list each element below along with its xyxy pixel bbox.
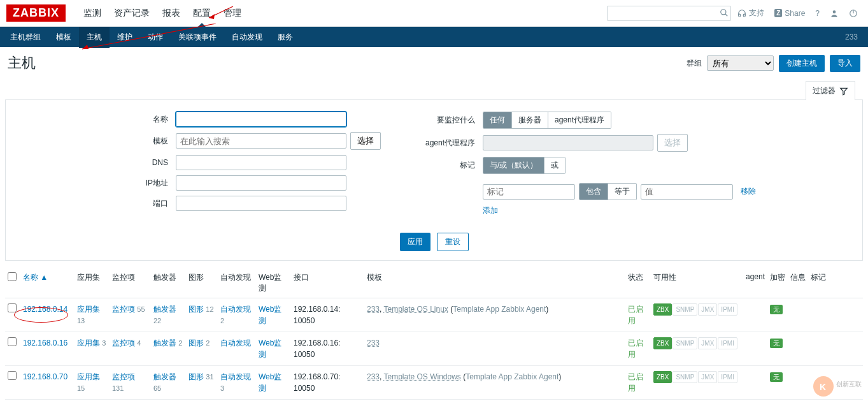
col-discovery: 自动发现 <box>218 268 256 298</box>
sub-nav-item[interactable]: 关联项事件 <box>171 27 224 48</box>
svg-point-2 <box>833 10 836 13</box>
discovery-link[interactable]: 自动发现 <box>220 372 251 381</box>
template-link[interactable]: 233 <box>367 372 380 381</box>
template-select-button[interactable]: 选择 <box>350 132 381 150</box>
discovery-link[interactable]: 自动发现 <box>220 339 251 347</box>
template-link[interactable]: 233 <box>367 339 380 347</box>
sub-nav-item[interactable]: 自动发现 <box>224 27 270 48</box>
items-link[interactable]: 监控项 <box>112 305 135 314</box>
triggers-link[interactable]: 触发器 <box>153 339 176 347</box>
logo[interactable]: ZABBIX <box>6 4 66 22</box>
graphs-link[interactable]: 图形 <box>189 372 204 381</box>
sub-nav-count: 233 <box>845 33 865 41</box>
avail-badge: SNMP <box>672 371 697 383</box>
triggers-link[interactable]: 触发器 <box>153 372 176 381</box>
host-name-link[interactable]: 192.168.0.14 <box>23 305 68 314</box>
template-sublink[interactable]: Template App Zabbix Agent <box>466 372 559 381</box>
top-nav-item[interactable]: 管理 <box>217 1 248 26</box>
template-link[interactable]: 233 <box>367 305 380 314</box>
segment-option[interactable]: 包含 <box>580 184 608 200</box>
avail-badge: ZBX <box>653 337 672 349</box>
filter-ip-input[interactable] <box>176 175 346 191</box>
top-nav-item[interactable]: 资产记录 <box>108 1 156 26</box>
group-label: 群组 <box>687 58 702 69</box>
filter-port-label: 端口 <box>112 198 176 209</box>
status-link[interactable]: 已启用 <box>628 339 643 359</box>
search-icon[interactable] <box>720 8 729 18</box>
filter-dns-input[interactable] <box>176 155 346 170</box>
create-host-button[interactable]: 创建主机 <box>779 55 825 72</box>
sub-nav-item[interactable]: 主机 <box>79 27 110 48</box>
user-icon[interactable] <box>826 6 843 20</box>
proxy-select-button: 选择 <box>657 134 688 152</box>
triggers-link[interactable]: 触发器 <box>153 305 176 314</box>
support-link[interactable]: 支持 <box>734 5 768 21</box>
apps-link[interactable]: 应用集 <box>77 372 100 381</box>
group-select[interactable]: 所有 <box>707 55 774 71</box>
web-link[interactable]: Web监测 <box>259 372 281 393</box>
tag-value-input[interactable] <box>641 184 733 200</box>
status-link[interactable]: 已启用 <box>628 372 643 393</box>
col-triggers: 触发器 <box>151 268 186 298</box>
search-input[interactable] <box>607 6 731 21</box>
host-name-link[interactable]: 192.168.0.16 <box>23 339 68 347</box>
status-link[interactable]: 已启用 <box>628 305 643 325</box>
filter-tab[interactable]: 过滤器 <box>806 81 855 100</box>
avail-badge: SNMP <box>672 303 697 316</box>
svg-point-0 <box>721 10 726 15</box>
top-nav-item[interactable]: 配置 <box>187 1 217 26</box>
col-name[interactable]: 名称 ▲ <box>23 273 48 282</box>
sub-nav-item[interactable]: 维护 <box>110 27 140 48</box>
apps-link[interactable]: 应用集 <box>77 305 100 314</box>
sub-nav-item[interactable]: 主机群组 <box>3 27 48 48</box>
z-badge-icon: Z <box>774 9 782 17</box>
items-link[interactable]: 监控项 <box>112 339 135 347</box>
sub-nav-item[interactable]: 动作 <box>140 27 171 48</box>
segment-option[interactable]: agent代理程序 <box>548 112 611 128</box>
host-name-link[interactable]: 192.168.0.70 <box>23 372 68 381</box>
tag-name-input[interactable] <box>483 184 575 200</box>
select-all-checkbox[interactable] <box>8 272 17 281</box>
col-availability: 可用性 <box>651 268 743 298</box>
row-checkbox[interactable] <box>8 303 17 312</box>
share-link[interactable]: Z Share <box>771 6 809 20</box>
filter-template-input[interactable] <box>176 133 346 149</box>
row-checkbox[interactable] <box>8 337 17 346</box>
remove-tag-link[interactable]: 移除 <box>741 186 756 197</box>
segment-option[interactable]: 与/或（默认） <box>483 157 544 173</box>
apps-link[interactable]: 应用集 <box>77 339 100 347</box>
filter-name-input[interactable] <box>176 112 346 127</box>
page-title: 主机 <box>8 54 36 73</box>
encryption-badge: 无 <box>770 372 783 382</box>
filter-port-input[interactable] <box>176 196 346 211</box>
filter-name-label: 名称 <box>112 114 176 125</box>
logout-icon[interactable] <box>845 6 862 20</box>
sub-nav-item[interactable]: 模板 <box>48 27 79 48</box>
apply-button[interactable]: 应用 <box>400 233 430 251</box>
segment-option[interactable]: 服务器 <box>512 112 548 128</box>
discovery-link[interactable]: 自动发现 <box>220 305 251 314</box>
segment-option[interactable]: 任何 <box>483 112 512 128</box>
row-checkbox[interactable] <box>8 371 17 380</box>
template-link[interactable]: Template OS Linux <box>383 305 448 314</box>
col-status: 状态 <box>625 268 651 298</box>
table-row: 192.168.0.16应用集 3监控项 4触发器 2图形 2自动发现Web监测… <box>5 332 863 366</box>
template-sublink[interactable]: Template App Zabbix Agent <box>453 305 546 314</box>
filter-proxy-input <box>483 135 653 150</box>
web-link[interactable]: Web监测 <box>259 305 281 325</box>
add-tag-link[interactable]: 添加 <box>483 205 498 216</box>
segment-option[interactable]: 等于 <box>608 184 636 200</box>
import-button[interactable]: 导入 <box>830 55 860 72</box>
graphs-link[interactable]: 图形 <box>189 339 204 347</box>
reset-button[interactable]: 重设 <box>437 233 469 251</box>
segment-option[interactable]: 或 <box>544 157 565 173</box>
template-link[interactable]: Template OS Windows <box>383 372 460 381</box>
sub-nav-item[interactable]: 服务 <box>270 27 301 48</box>
graphs-link[interactable]: 图形 <box>189 305 204 314</box>
top-nav-item[interactable]: 报表 <box>156 1 187 26</box>
items-link[interactable]: 监控项 <box>112 372 135 381</box>
help-icon[interactable]: ? <box>811 6 823 20</box>
avail-badge: IPMI <box>718 371 737 383</box>
web-link[interactable]: Web监测 <box>259 339 281 359</box>
top-nav-item[interactable]: 监测 <box>77 1 108 26</box>
